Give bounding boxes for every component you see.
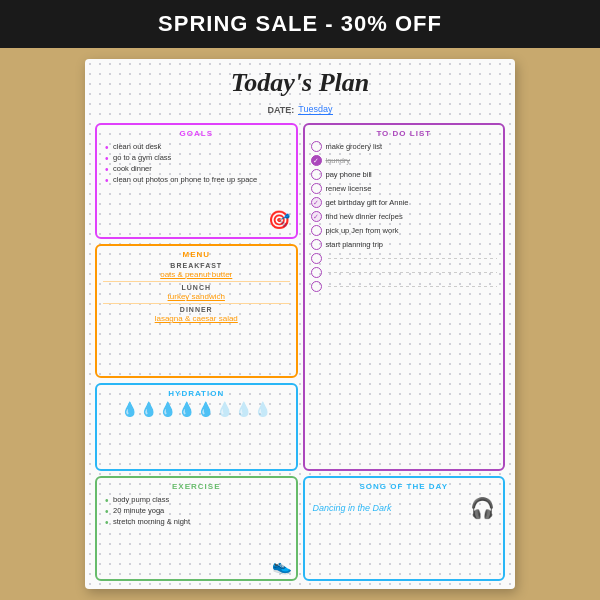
todo-text: renew license bbox=[326, 184, 498, 193]
todo-checkbox[interactable] bbox=[311, 141, 322, 152]
headphone-icon: 🎧 bbox=[470, 496, 495, 520]
todo-item: make grocery list bbox=[311, 141, 498, 152]
meal-divider bbox=[103, 281, 290, 282]
lunch-item: turkey sandwich bbox=[103, 292, 290, 301]
todo-item: pay phone bill bbox=[311, 169, 498, 180]
exercise-title: EXERCISE bbox=[103, 482, 290, 491]
todo-text: find new dinner recipes bbox=[326, 212, 498, 221]
planner-paper: Today's Plan DATE: Tuesday GOALS clean o… bbox=[85, 59, 515, 589]
water-drop-empty: 💧 bbox=[235, 401, 252, 417]
todo-text: get birthday gift for Annie bbox=[326, 198, 498, 207]
page-title: Today's Plan bbox=[95, 67, 505, 98]
song-name: Dancing in the Dark bbox=[313, 503, 392, 513]
todo-checkbox[interactable] bbox=[311, 169, 322, 180]
todo-checkbox-light[interactable]: ✓ bbox=[311, 197, 322, 208]
dinner-label: DINNER bbox=[103, 306, 290, 313]
todo-checkbox[interactable] bbox=[311, 281, 322, 292]
water-drop-filled: 💧 bbox=[140, 401, 157, 417]
todo-text: laundry bbox=[326, 156, 498, 165]
list-item: clean out desk bbox=[105, 141, 290, 152]
song-section: SONG OF THE DAY Dancing in the Dark 🎧 bbox=[303, 476, 506, 581]
todo-checkbox[interactable] bbox=[311, 183, 322, 194]
water-drop-empty: 💧 bbox=[254, 401, 271, 417]
todo-item: renew license bbox=[311, 183, 498, 194]
song-content: Dancing in the Dark 🎧 bbox=[311, 494, 498, 522]
todo-item: ✓ laundry bbox=[311, 155, 498, 166]
todo-title: TO DO LIST bbox=[311, 129, 498, 138]
lunch-label: LUNCH bbox=[103, 284, 290, 291]
todo-item: ✓ find new dinner recipes bbox=[311, 211, 498, 222]
water-drop-filled: 💧 bbox=[178, 401, 195, 417]
todo-checkbox[interactable] bbox=[311, 267, 322, 278]
todo-section: TO DO LIST make grocery list ✓ laundry p… bbox=[303, 123, 506, 471]
banner-text: SPRING SALE - 30% OFF bbox=[158, 11, 442, 37]
main-grid: GOALS clean out desk go to a gym class c… bbox=[95, 123, 505, 581]
water-drop-filled: 💧 bbox=[197, 401, 214, 417]
todo-item bbox=[311, 253, 498, 264]
sneaker-icon: 👟 bbox=[272, 556, 292, 575]
water-drop-filled: 💧 bbox=[121, 401, 138, 417]
menu-section: MENU BREAKFAST oats & peanut butter LUNC… bbox=[95, 244, 298, 378]
dinner-item: lasagna & caesar salad bbox=[103, 314, 290, 323]
todo-text: start planning trip bbox=[326, 240, 498, 249]
water-drop-empty: 💧 bbox=[216, 401, 233, 417]
list-item: go to a gym class bbox=[105, 152, 290, 163]
list-item: cook dinner bbox=[105, 163, 290, 174]
todo-text: make grocery list bbox=[326, 142, 498, 151]
goals-title: GOALS bbox=[103, 129, 290, 138]
date-label: DATE: bbox=[267, 105, 294, 115]
date-row: DATE: Tuesday bbox=[95, 104, 505, 115]
date-value: Tuesday bbox=[298, 104, 332, 115]
hydration-title: HYDRATION bbox=[103, 389, 290, 398]
todo-text: pay phone bill bbox=[326, 170, 498, 179]
list-item: stretch morning & night bbox=[105, 516, 290, 527]
meal-divider bbox=[103, 303, 290, 304]
goals-section: GOALS clean out desk go to a gym class c… bbox=[95, 123, 298, 239]
exercise-list: body pump class 20 minute yoga stretch m… bbox=[103, 494, 290, 527]
todo-item bbox=[311, 281, 498, 292]
todo-item: ✓ get birthday gift for Annie bbox=[311, 197, 498, 208]
target-icon: 🎯 bbox=[268, 209, 290, 231]
todo-item bbox=[311, 267, 498, 278]
todo-checkbox[interactable] bbox=[311, 239, 322, 250]
water-drop-filled: 💧 bbox=[159, 401, 176, 417]
list-item: body pump class bbox=[105, 494, 290, 505]
todo-checkbox-light[interactable]: ✓ bbox=[311, 211, 322, 222]
menu-title: MENU bbox=[103, 250, 290, 259]
breakfast-item: oats & peanut butter bbox=[103, 270, 290, 279]
todo-text: pick up Jen from work bbox=[326, 226, 498, 235]
wood-background: Today's Plan DATE: Tuesday GOALS clean o… bbox=[0, 48, 600, 600]
todo-item: pick up Jen from work bbox=[311, 225, 498, 236]
todo-checkbox[interactable] bbox=[311, 225, 322, 236]
todo-empty-line bbox=[328, 258, 498, 259]
todo-item: start planning trip bbox=[311, 239, 498, 250]
list-item: 20 minute yoga bbox=[105, 505, 290, 516]
todo-checkbox[interactable] bbox=[311, 253, 322, 264]
todo-empty-line bbox=[328, 286, 498, 287]
breakfast-label: BREAKFAST bbox=[103, 262, 290, 269]
hydration-section: HYDRATION 💧 💧 💧 💧 💧 💧 💧 💧 bbox=[95, 383, 298, 471]
todo-empty-line bbox=[328, 272, 498, 273]
list-item: clean out photos on phone to free up spa… bbox=[105, 174, 290, 185]
todo-checkbox-checked[interactable]: ✓ bbox=[311, 155, 322, 166]
song-title: SONG OF THE DAY bbox=[311, 482, 498, 491]
goals-list: clean out desk go to a gym class cook di… bbox=[103, 141, 290, 185]
water-drops: 💧 💧 💧 💧 💧 💧 💧 💧 bbox=[103, 401, 290, 417]
exercise-section: EXERCISE body pump class 20 minute yoga … bbox=[95, 476, 298, 581]
sale-banner: SPRING SALE - 30% OFF bbox=[0, 0, 600, 48]
